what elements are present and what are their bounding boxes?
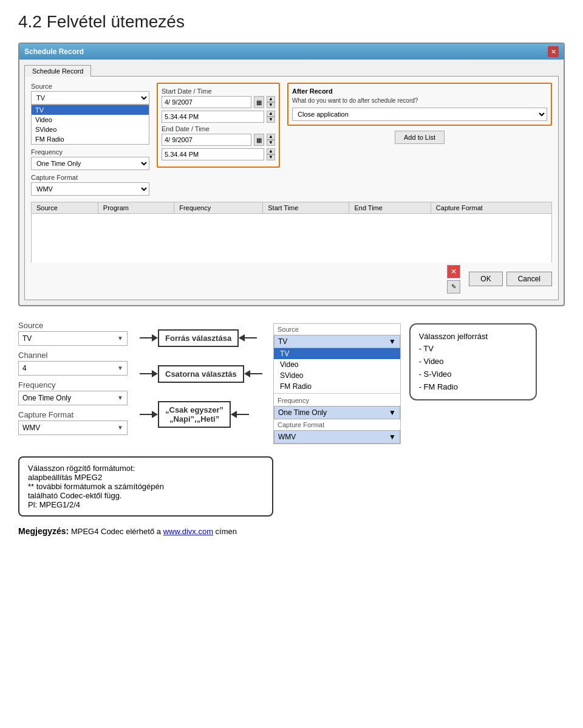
col-capture-format: Capture Format <box>431 202 551 214</box>
annot-capture-value: WMV <box>22 424 40 432</box>
start-time-up-btn[interactable]: ▲ <box>267 111 275 117</box>
note-section: Megjegyzés: MPEG4 Codec elérhető a www.d… <box>18 526 565 536</box>
source-item-fmradio[interactable]: FM Radio <box>32 134 149 144</box>
start-time-input[interactable] <box>162 111 264 123</box>
end-date-input[interactable] <box>162 134 251 146</box>
edit-icon-button[interactable]: ✎ <box>447 280 460 294</box>
rsp-source-label: Source <box>274 324 400 335</box>
col-end-time: End Time <box>349 202 431 214</box>
arrow3-arrowhead-right <box>152 411 158 418</box>
start-time-down-btn[interactable]: ▼ <box>267 117 275 123</box>
dialog-title-text: Schedule Record <box>24 47 84 56</box>
rsp-item-video[interactable]: Video <box>274 359 400 370</box>
arrow1-right-line <box>245 337 257 338</box>
rsp-cap-label: Capture Format <box>274 419 400 430</box>
rsp-select-arrow: ▼ <box>389 337 396 346</box>
source-item-tv[interactable]: TV <box>32 105 149 115</box>
end-time-down-btn[interactable]: ▼ <box>267 154 275 160</box>
rsp-cap-select[interactable]: WMV ▼ <box>274 430 400 444</box>
annot-source-field[interactable]: TV ▼ <box>18 331 128 346</box>
end-date-up-btn[interactable]: ▲ <box>267 134 275 140</box>
arrow2-label-box: Csatorna választás <box>158 365 244 383</box>
rsp-item-tv[interactable]: TV <box>274 348 400 359</box>
annot-capture-field[interactable]: WMV ▼ <box>18 421 128 435</box>
info-line5: Pl: MPEG1/2/4 <box>28 500 264 509</box>
annot-frequency-label: Frequency <box>18 380 140 390</box>
col-source: Source <box>32 202 98 214</box>
bubble-line3: - Video <box>419 355 527 368</box>
source-section: Source TV Video SVideo FM Radio TV Video… <box>31 83 149 196</box>
source-select[interactable]: TV Video SVideo FM Radio <box>31 91 149 105</box>
end-time-up-btn[interactable]: ▲ <box>267 148 275 154</box>
end-time-input[interactable] <box>162 148 264 160</box>
start-date-cal-btn[interactable]: ▦ <box>254 96 264 108</box>
end-date-down-btn[interactable]: ▼ <box>267 140 275 146</box>
start-date-input[interactable] <box>162 96 251 108</box>
arrow1-left-line <box>140 337 152 338</box>
annot-capture-dropdown-arrow: ▼ <box>117 424 123 431</box>
rsp-freq-label: Frequency <box>274 395 400 406</box>
frequency-select[interactable]: One Time Only <box>31 157 149 170</box>
note-prefix: Megjegyzés: <box>18 526 69 536</box>
after-record-select[interactable]: Close application <box>292 108 547 121</box>
dialog-window: Schedule Record ✕ Schedule Record Source… <box>18 43 565 306</box>
arrow2-arrowhead-right <box>152 370 158 377</box>
ok-button[interactable]: OK <box>469 272 502 286</box>
capture-format-select[interactable]: WMV <box>31 182 149 196</box>
rsp-freq-value: One Time Only <box>278 408 327 417</box>
col-start-time: Start Time <box>263 202 349 214</box>
source-item-video[interactable]: Video <box>32 115 149 125</box>
rsp-freq-select[interactable]: One Time Only ▼ <box>274 406 400 419</box>
bubble-line5: - FM Radio <box>419 381 527 394</box>
annot-frequency-field[interactable]: One Time Only ▼ <box>18 391 128 405</box>
rsp-freq-arrow: ▼ <box>389 408 396 417</box>
source-bubble: Válasszon jelforrást - TV - Video - S-Vi… <box>409 323 537 401</box>
after-record-question: What do you want to do after schedule re… <box>292 97 547 104</box>
note-link[interactable]: www.divx.com <box>163 527 213 536</box>
arrow3-label-box: „Csak egyszer” „Napi”,„Heti” <box>158 401 231 428</box>
bubble-line1: Válasszon jelforrást <box>419 331 527 343</box>
arrow1-arrowhead-left2 <box>239 334 245 342</box>
delete-icon-button[interactable]: ✕ <box>447 265 460 278</box>
rsp-item-fmradio[interactable]: FM Radio <box>274 381 400 392</box>
bubble-line4: - S-Video <box>419 368 527 381</box>
source-item-svideo[interactable]: SVideo <box>32 125 149 134</box>
frequency-label-dlg: Frequency <box>31 148 149 156</box>
dialog-close-button[interactable]: ✕ <box>548 46 559 57</box>
annot-channel-field[interactable]: 4 ▼ <box>18 361 128 376</box>
annot-source-label: Source <box>18 321 140 330</box>
right-source-panel: Source TV ▼ TV Video SVideo FM Radio Fre… <box>273 323 401 444</box>
dialog-titlebar: Schedule Record ✕ <box>19 44 564 60</box>
annot-frequency-dropdown-arrow: ▼ <box>117 394 123 401</box>
start-datetime-label: Start Date / Time <box>162 88 275 95</box>
capture-format-label-dlg: Capture Format <box>31 174 149 181</box>
annot-frequency-value: One Time Only <box>22 394 71 402</box>
annot-source-value: TV <box>22 334 32 343</box>
schedule-table: Source Program Frequency Start Time End … <box>31 202 552 263</box>
info-box: Válasszon rögzítő formátumot: alapbeállí… <box>18 456 273 517</box>
arrow3-right-line <box>237 414 249 415</box>
annot-channel-label: Channel <box>18 351 140 360</box>
end-date-cal-btn[interactable]: ▦ <box>254 134 264 146</box>
annot-channel-dropdown-arrow: ▼ <box>117 365 123 371</box>
arrow1-label-box: Forrás választása <box>158 329 239 347</box>
arrow1-arrowhead-right <box>152 334 158 342</box>
rsp-source-select[interactable]: TV ▼ <box>274 335 400 348</box>
add-to-list-button[interactable]: Add to List <box>395 131 445 144</box>
info-line3: ** további formátumok a számítógépén <box>28 482 264 491</box>
info-line2: alapbeállítás MPEG2 <box>28 473 264 482</box>
bubble-line2: - TV <box>419 343 527 355</box>
start-date-down-btn[interactable]: ▼ <box>267 102 275 108</box>
annot-source-dropdown-arrow: ▼ <box>117 335 123 342</box>
rsp-item-svideo[interactable]: SVideo <box>274 370 400 381</box>
start-date-up-btn[interactable]: ▲ <box>267 96 275 102</box>
cancel-button[interactable]: Cancel <box>506 272 552 286</box>
rsp-cap-value: WMV <box>278 433 296 441</box>
source-label: Source <box>31 83 149 90</box>
arrow3-left-line <box>140 414 152 415</box>
rsp-select-value: TV <box>278 337 287 346</box>
annotation-section: Source TV ▼ Channel 4 ▼ Frequency One Ti… <box>18 321 565 536</box>
page-title: 4.2 Felvétel ütemezés <box>18 12 565 32</box>
dialog-tab[interactable]: Schedule Record <box>24 65 91 77</box>
arrow3-arrowhead-left2 <box>231 411 237 418</box>
